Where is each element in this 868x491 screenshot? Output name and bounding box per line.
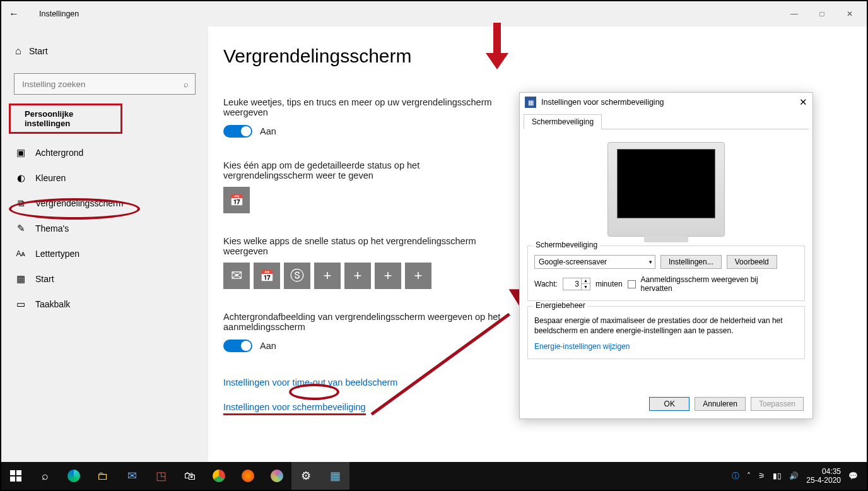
app-tile-calendar2[interactable]: 📅	[254, 263, 280, 289]
toggle-state: Aan	[260, 341, 276, 351]
home-label: Start	[29, 46, 48, 56]
tray-chevron-up-icon[interactable]: ˄	[747, 471, 751, 480]
system-tray[interactable]: ⓘ ˄ ⚞ ▮▯ 🔊 04:35 25-4-2020 💬	[732, 467, 867, 485]
settings-titlebar: ← Instellingen — □ ✕	[1, 1, 867, 27]
app-tile-skype[interactable]: ⓢ	[284, 263, 310, 289]
picture-icon: ▣	[15, 147, 26, 158]
clock-date: 25-4-2020	[806, 476, 841, 485]
start-button[interactable]	[1, 462, 30, 490]
app-tile-calendar[interactable]: 📅	[223, 187, 250, 213]
sidebar-item-themes[interactable]: ✎ Thema's	[1, 216, 208, 241]
taskbar-search[interactable]: ⌕	[30, 462, 59, 490]
sidebar-item-fonts[interactable]: Aᴀ Lettertypen	[1, 241, 208, 266]
taskbar-explorer[interactable]: 🗀	[88, 462, 117, 490]
group-power: Energiebeheer Bespaar energie of maximal…	[527, 306, 805, 359]
group-screensaver: Schermbeveiliging Google-screensaver ▾ I…	[527, 245, 805, 301]
app-tile-add-4[interactable]: +	[405, 263, 431, 289]
dialog-icon: ▦	[525, 97, 536, 108]
taskbar-screensaver-dialog[interactable]: ▦	[320, 462, 349, 490]
link-screensaver-settings[interactable]: Instellingen voor schermbeveiliging	[223, 402, 366, 415]
firefox-icon	[242, 470, 254, 482]
monitor-icon: ⧉	[15, 198, 26, 209]
app-tile-add-2[interactable]: +	[344, 263, 371, 289]
minimize-button[interactable]: —	[781, 5, 807, 23]
taskbar-chrome[interactable]	[204, 462, 233, 490]
wait-spinner[interactable]: ▲ ▼	[563, 278, 590, 290]
toggle-on-pill[interactable]	[223, 340, 252, 352]
chevron-down-icon: ▾	[649, 259, 652, 265]
taskbar-icon: ▭	[15, 299, 26, 310]
battery-icon[interactable]: ▮▯	[773, 471, 782, 480]
taskbar-store[interactable]: 🛍	[175, 462, 204, 490]
power-settings-link[interactable]: Energie-instellingen wijzigen	[534, 342, 630, 351]
folder-icon: 🗀	[97, 470, 108, 483]
quick-status-label: Kies welke apps de snelle status op het …	[223, 236, 507, 256]
screensaver-settings-button[interactable]: Instellingen...	[660, 255, 722, 269]
sidebar-item-colors[interactable]: ◐ Kleuren	[1, 165, 208, 191]
svg-rect-0	[10, 470, 15, 475]
search-input[interactable]	[21, 79, 160, 90]
search-box[interactable]: ⌕	[14, 73, 196, 95]
resume-checkbox[interactable]	[628, 280, 636, 288]
home-link[interactable]: ⌂ Start	[1, 40, 208, 62]
fun-facts-toggle[interactable]: Aan	[223, 125, 507, 138]
taskbar-mail[interactable]: ✉	[117, 462, 146, 490]
sidebar-item-label: Kleuren	[35, 173, 66, 183]
dialog-title-text: Instellingen voor schermbeveiliging	[541, 98, 664, 107]
chrome-icon	[213, 470, 225, 482]
sidebar-item-label: Taakbalk	[35, 299, 70, 309]
wait-label: Wacht:	[534, 280, 558, 288]
toggle-on-pill[interactable]	[223, 125, 252, 138]
volume-icon[interactable]: 🔊	[789, 471, 799, 480]
start-icon: ▦	[15, 273, 26, 285]
back-button[interactable]: ←	[1, 8, 26, 20]
resume-label: Aanmeldingsscherm weergeven bij hervatte…	[641, 275, 761, 293]
taskbar-firefox[interactable]	[233, 462, 262, 490]
help-icon[interactable]: ⓘ	[732, 471, 739, 482]
dialog-ok-button[interactable]: OK	[649, 397, 689, 411]
spinner-up[interactable]: ▲	[581, 278, 590, 284]
taskbar[interactable]: ⌕ 🗀 ✉ ◳ 🛍 ⚙ ▦ ⓘ ˄ ⚞ ▮▯ 🔊 04:35 25-4-2020…	[1, 462, 867, 490]
picasa-icon	[271, 470, 283, 482]
screensaver-dialog: ▦ Instellingen voor schermbeveiliging ✕ …	[519, 92, 813, 419]
svg-rect-2	[10, 476, 15, 482]
preview-screen	[617, 149, 715, 218]
maximize-button[interactable]: □	[809, 5, 835, 23]
sidebar-item-label: Lettertypen	[35, 249, 79, 259]
office-icon: ◳	[156, 469, 167, 483]
annotation-arrow-down	[486, 53, 508, 69]
app-tile-add-1[interactable]: +	[314, 263, 341, 289]
screensaver-select[interactable]: Google-screensaver ▾	[534, 255, 655, 269]
dialog-cancel-button[interactable]: Annuleren	[695, 397, 746, 411]
svg-rect-3	[16, 476, 21, 482]
brush-icon: ✎	[15, 223, 26, 234]
wifi-icon[interactable]: ⚞	[758, 471, 765, 480]
screensaver-selected: Google-screensaver	[539, 257, 607, 266]
sidebar-item-label: Thema's	[35, 223, 69, 234]
dialog-close-button[interactable]: ✕	[799, 97, 807, 108]
mail-icon: ✉	[127, 469, 137, 483]
spinner-down[interactable]: ▼	[581, 284, 590, 290]
notifications-icon[interactable]: 💬	[848, 471, 858, 480]
close-button[interactable]: ✕	[836, 5, 863, 23]
monitor-icon: ▦	[330, 469, 341, 483]
home-icon: ⌂	[15, 45, 29, 57]
toggle-state: Aan	[260, 126, 276, 136]
taskbar-office[interactable]: ◳	[146, 462, 175, 490]
taskbar-edge[interactable]	[59, 462, 88, 490]
taskbar-settings[interactable]: ⚙	[291, 462, 320, 490]
sidebar-item-background[interactable]: ▣ Achtergrond	[1, 140, 208, 165]
screensaver-preview-button[interactable]: Voorbeeld	[727, 255, 777, 269]
app-tile-mail[interactable]: ✉	[223, 263, 250, 289]
sidebar-item-start[interactable]: ▦ Start	[1, 266, 208, 292]
taskbar-picasa[interactable]	[262, 462, 291, 490]
app-tile-add-3[interactable]: +	[375, 263, 401, 289]
settings-sidebar: ⌂ Start ⌕ Persoonlijke instellingen ▣ Ac…	[1, 27, 208, 462]
taskbar-clock[interactable]: 04:35 25-4-2020	[806, 467, 841, 485]
link-screen-timeout[interactable]: Instellingen voor time-out van beeldsche…	[223, 377, 397, 387]
wait-value-input[interactable]	[563, 279, 581, 289]
tab-screensaver[interactable]: Schermbeveiliging	[524, 114, 602, 129]
sidebar-item-taskbar[interactable]: ▭ Taakbalk	[1, 292, 208, 317]
group-screensaver-legend: Schermbeveiliging	[533, 240, 600, 249]
sidebar-item-lockscreen[interactable]: ⧉ Vergrendelingsscherm	[1, 191, 208, 216]
